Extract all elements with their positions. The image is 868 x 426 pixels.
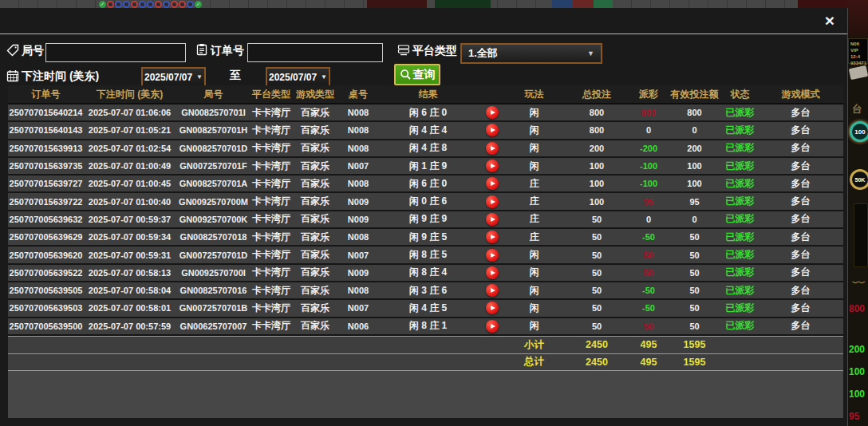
valid_bet-cell: 50 [667, 250, 722, 260]
sum-valid_bet: 1595 [667, 357, 722, 368]
table-row: 2507070156401432025-07-07 01:05:21GN0082… [8, 122, 843, 140]
chip-100: 100 [850, 121, 868, 142]
round-cell: GN00825707016 [176, 286, 251, 295]
table-row: 2507070156397272025-07-07 01:00:45GN0082… [8, 176, 843, 193]
date-from-value: 2025/07/07 [144, 72, 192, 83]
table-cell: N008 [339, 144, 377, 153]
platform-cell: 卡卡湾厅 [251, 212, 291, 226]
side-cell: 闲 [505, 160, 563, 173]
status-cell: 已派彩 [722, 141, 758, 155]
valid_bet-cell: 0 [667, 125, 722, 135]
platform-selected-value: 1.全部 [468, 46, 498, 61]
total_bet-cell: 800 [563, 125, 630, 135]
platform-type-select[interactable]: 1.全部 ▼ [460, 43, 602, 64]
game-cell: 百家乐 [291, 124, 339, 137]
total_bet-cell: 200 [563, 144, 630, 153]
date-from-select[interactable]: 2025/07/07 ▼ [141, 67, 206, 87]
platform-filter-label: 平台类型 [412, 44, 457, 58]
play-cell [479, 177, 505, 190]
payout-cell: 0 [630, 215, 667, 224]
game-cell: 百家乐 [291, 177, 339, 191]
play-button[interactable] [486, 231, 499, 243]
mode-cell: 多台 [758, 319, 843, 333]
background-tile [367, 0, 427, 8]
sum-total_bet: 2450 [563, 357, 630, 368]
round-cell: GN0082570701D [176, 144, 251, 153]
sum-payout: 495 [630, 339, 667, 350]
result-cell: 闲 4 庄 5 [377, 302, 479, 315]
status-cell: 已派彩 [722, 284, 758, 298]
table-row: 2507070056395222025-07-07 00:58:13GN0092… [8, 265, 843, 282]
result-cell: 闲 4 庄 8 [377, 141, 479, 155]
play-button[interactable] [486, 124, 499, 136]
play-button[interactable] [486, 249, 499, 262]
header-time: 下注时间 (美东) [84, 88, 176, 101]
table-cell: N008 [339, 179, 377, 188]
time-cell: 2025-07-07 01:00:45 [84, 179, 176, 188]
valid_bet-cell: 100 [667, 161, 722, 171]
header-mode: 游戏模式 [758, 88, 843, 101]
play-button[interactable] [486, 284, 499, 297]
play-button[interactable] [486, 195, 499, 208]
play-button[interactable] [486, 142, 499, 155]
play-icon [491, 306, 495, 310]
payout-cell: -50 [630, 303, 667, 313]
mode-cell: 多台 [758, 177, 843, 191]
table-row: 2507070056396322025-07-07 00:59:37GN0092… [8, 211, 843, 229]
bet-time-filter-label: 下注时间 (美东) [22, 69, 99, 84]
play-icon [491, 235, 495, 239]
side-cell: 闲 [505, 141, 563, 155]
total-row: 总计24504951595 [8, 353, 843, 371]
sum-payout: 495 [630, 357, 667, 368]
close-icon[interactable]: × [820, 11, 839, 30]
play-button[interactable] [486, 177, 499, 190]
status-cell: 已派彩 [722, 266, 758, 279]
status-cell: 已派彩 [722, 124, 758, 137]
table-row: 2507070056395002025-07-07 00:57:59GN0062… [8, 318, 843, 336]
play-button[interactable] [486, 320, 499, 333]
table-cell: N009 [339, 197, 377, 207]
order-cell: 250707005639505 [8, 286, 84, 295]
play-cell [479, 160, 505, 172]
valid_bet-cell: 0 [667, 215, 722, 224]
order-input[interactable] [247, 43, 383, 62]
valid_bet-cell: 50 [667, 268, 722, 278]
platform-cell: 卡卡湾厅 [251, 106, 291, 120]
table-cell: N007 [339, 303, 377, 313]
order-cell: 250707005639522 [8, 268, 84, 278]
mode-cell: 多台 [758, 284, 843, 298]
play-button[interactable] [486, 213, 499, 226]
play-button[interactable] [486, 160, 499, 172]
table-header-row: 订单号下注时间 (美东)局号平台类型游戏类型桌号结果玩法总投注派彩有效投注额状态… [8, 85, 843, 105]
bead-blue [139, 1, 146, 8]
round-cell: GN0082570701I [176, 108, 251, 117]
table-cell: N008 [339, 286, 377, 295]
play-icon [491, 128, 495, 132]
game-cell: 百家乐 [291, 195, 339, 208]
time-cell: 2025-07-07 00:59:34 [84, 232, 176, 242]
round-cell: GN0092570700M [176, 197, 251, 207]
table-cell: N008 [339, 125, 377, 135]
total_bet-cell: 50 [563, 250, 630, 260]
order-cell: 250707005639632 [8, 215, 84, 224]
order-cell: 250707005639629 [8, 232, 84, 242]
search-button[interactable]: 查询 [394, 64, 440, 85]
play-button[interactable] [486, 302, 499, 314]
platform-cell: 卡卡湾厅 [251, 248, 291, 262]
play-cell [479, 213, 505, 226]
result-cell: 闲 6 庄 0 [377, 177, 479, 191]
header-result: 结果 [377, 88, 479, 101]
play-button[interactable] [486, 266, 499, 279]
order-filter-label: 订单号 [211, 44, 244, 58]
status-cell: 已派彩 [722, 231, 758, 244]
play-button[interactable] [486, 106, 499, 119]
round-input[interactable] [45, 43, 186, 62]
order-cell: 250707015639727 [8, 179, 84, 188]
date-to-select[interactable]: 2025/07/07 ▼ [266, 67, 330, 87]
platform-cell: 卡卡湾厅 [251, 160, 291, 173]
status-cell: 已派彩 [722, 160, 758, 173]
valid_bet-cell: 800 [667, 108, 722, 117]
payout-cell: -50 [630, 286, 667, 295]
round-cell: GN0072570701D [176, 250, 251, 260]
table-cell: N009 [339, 215, 377, 224]
